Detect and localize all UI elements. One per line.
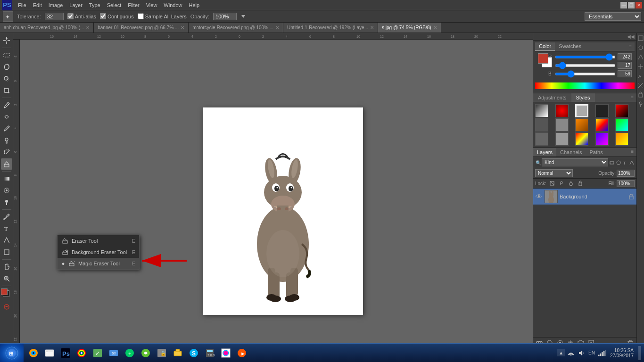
g-slider[interactable]	[555, 64, 616, 67]
tool-eraser[interactable]	[1, 158, 12, 170]
channels-tab[interactable]: Channels	[556, 148, 586, 156]
panel-collapse-btn[interactable]: ◀◀	[627, 34, 635, 39]
taskbar-app-2[interactable]: ✉	[107, 346, 121, 360]
anti-alias-checkbox[interactable]	[67, 13, 74, 19]
blend-mode-select[interactable]: Normal	[535, 169, 573, 177]
paths-tab[interactable]: Paths	[586, 148, 607, 156]
start-button[interactable]: ⊞	[0, 344, 24, 362]
menu-help[interactable]: Help	[186, 1, 202, 9]
rside-icon-5[interactable]: A	[636, 72, 644, 80]
style-swatch-6[interactable]	[535, 118, 548, 132]
style-swatch-1[interactable]	[535, 104, 548, 117]
rside-icon-1[interactable]	[636, 34, 644, 42]
tool-eyedropper[interactable]	[1, 99, 12, 111]
tab-1[interactable]: banner-01-Recovered.png @ 66.7% ... ✕	[94, 23, 189, 33]
tool-blur[interactable]	[1, 185, 12, 196]
g-value[interactable]	[618, 62, 632, 69]
taskbar-app-4[interactable]	[139, 346, 153, 360]
taskbar-explorer[interactable]	[42, 346, 57, 360]
r-slider[interactable]	[555, 56, 616, 58]
filter-pixel-icon[interactable]	[609, 160, 615, 165]
color-panel-options[interactable]: ≡	[626, 42, 635, 51]
layer-visibility-toggle[interactable]: 👁	[535, 193, 543, 200]
lock-paint-icon[interactable]	[558, 180, 565, 187]
taskbar-photoshop[interactable]: Ps	[58, 346, 73, 360]
style-swatch-11[interactable]	[535, 132, 548, 146]
menu-select[interactable]: Select	[104, 1, 124, 9]
tray-expand-btn[interactable]: ▲	[557, 349, 565, 356]
ctx-magic-eraser-tool[interactable]: ● Magic Eraser Tool E	[58, 258, 139, 269]
color-fg-bg[interactable]	[1, 288, 12, 300]
fill-value[interactable]	[617, 180, 635, 187]
styles-tab[interactable]: Styles	[571, 93, 595, 102]
opacity-value[interactable]	[617, 170, 635, 177]
tool-hand[interactable]	[1, 261, 12, 272]
b-slider[interactable]	[555, 73, 616, 75]
tool-shape[interactable]	[1, 247, 12, 258]
filter-type-icon[interactable]: T	[622, 160, 628, 165]
taskbar-app-3[interactable]: +	[123, 346, 137, 360]
swatches-tab[interactable]: Swatches	[555, 42, 585, 51]
ctx-bg-eraser-tool[interactable]: Background Eraser Tool E	[58, 247, 139, 258]
layers-panel-options[interactable]: ≡	[628, 148, 636, 156]
tool-dodge[interactable]	[1, 197, 12, 208]
tool-path-select[interactable]	[1, 235, 12, 246]
color-tab[interactable]: Color	[535, 42, 555, 51]
menu-window[interactable]: Window	[161, 1, 185, 9]
color-spectrum[interactable]	[535, 82, 635, 89]
style-swatch-12[interactable]	[555, 132, 569, 146]
style-swatch-5[interactable]	[615, 104, 628, 117]
rside-icon-2[interactable]	[636, 43, 644, 52]
style-swatch-15[interactable]	[615, 132, 628, 146]
tray-network-icon[interactable]	[567, 349, 575, 357]
style-swatch-13[interactable]	[575, 132, 588, 146]
tool-quick-mask[interactable]	[1, 301, 12, 313]
canvas-content[interactable]: Eraser Tool E Background Eraser Tool E ●	[26, 46, 533, 348]
menu-view[interactable]: View	[143, 1, 160, 9]
taskbar-app-6[interactable]	[171, 346, 185, 360]
minimize-button[interactable]: —	[620, 2, 627, 8]
tool-crop[interactable]	[1, 85, 12, 96]
close-button[interactable]: ✕	[636, 2, 642, 8]
essentials-select[interactable]: Essentials	[585, 12, 641, 21]
tray-volume-icon[interactable]	[577, 349, 586, 357]
contiguous-checkbox[interactable]	[100, 13, 106, 19]
tab-close-0[interactable]: ✕	[86, 25, 90, 30]
lock-position-icon[interactable]	[567, 180, 575, 187]
tool-healing[interactable]	[1, 111, 12, 123]
style-swatch-8[interactable]	[575, 118, 588, 132]
show-desktop-btn[interactable]	[638, 346, 641, 360]
lock-all-icon[interactable]	[577, 180, 584, 187]
taskbar-app-1[interactable]: ✓	[91, 346, 105, 360]
style-swatch-2[interactable]	[555, 104, 569, 117]
style-swatch-3[interactable]	[575, 104, 588, 117]
rside-icon-6[interactable]	[636, 81, 644, 90]
tab-close-3[interactable]: ✕	[370, 25, 374, 30]
tool-lasso[interactable]	[1, 61, 12, 73]
tool-pen[interactable]	[1, 211, 12, 222]
sample-all-checkbox[interactable]	[138, 13, 144, 19]
adjustments-tab[interactable]: Adjustments	[533, 93, 571, 102]
b-value[interactable]	[618, 70, 632, 77]
rside-icon-7[interactable]	[636, 90, 644, 99]
tool-history-brush[interactable]	[1, 147, 12, 158]
adj-panel-options[interactable]: ≡	[628, 93, 636, 102]
tab-close-1[interactable]: ✕	[181, 25, 184, 30]
taskbar-app-7[interactable]: ►	[235, 346, 249, 360]
style-swatch-14[interactable]	[595, 132, 609, 146]
tolerance-input[interactable]	[45, 13, 64, 20]
layer-item-background[interactable]: 👁 Background	[533, 189, 636, 205]
tab-3[interactable]: Untitled-1-Recovered @ 192% (Laye... ✕	[283, 23, 378, 33]
tab-close-2[interactable]: ✕	[275, 25, 279, 30]
lock-transparent-icon[interactable]	[548, 180, 556, 187]
taskbar-chrome[interactable]	[74, 346, 89, 360]
opacity-dropdown-icon[interactable]	[240, 14, 246, 19]
menu-image[interactable]: Image	[46, 1, 66, 9]
tool-zoom[interactable]	[1, 273, 12, 284]
rside-icon-8[interactable]	[636, 100, 644, 108]
filter-shape-icon[interactable]	[629, 160, 635, 165]
menu-file[interactable]: File	[15, 1, 29, 9]
language-indicator[interactable]: EN	[587, 350, 596, 355]
tool-clone[interactable]	[1, 135, 12, 146]
ctx-eraser-tool[interactable]: Eraser Tool E	[58, 235, 139, 247]
